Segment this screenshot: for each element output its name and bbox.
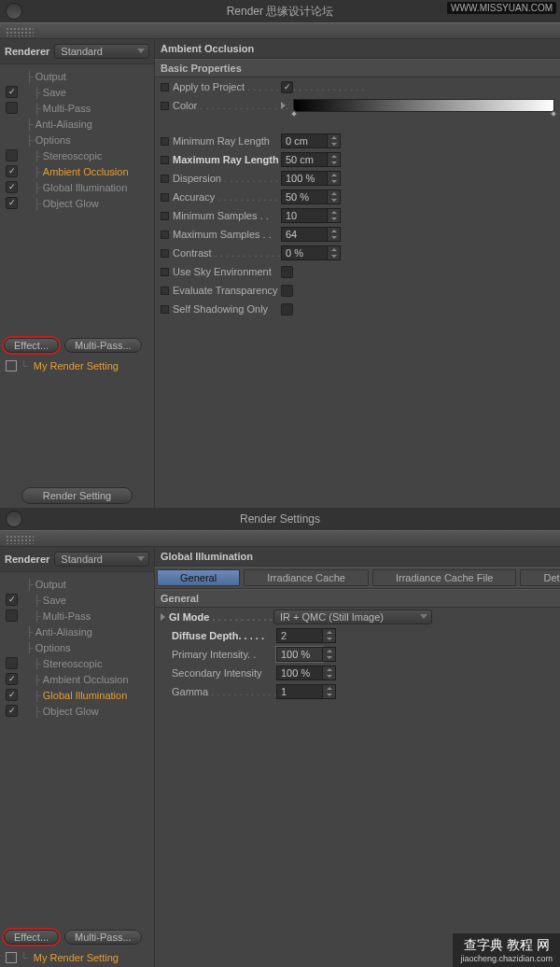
multipass-button[interactable]: Multi-Pass...: [64, 338, 142, 353]
tree-row[interactable]: ├Global Illumination: [2, 179, 152, 195]
tree-row[interactable]: ├Object Glow: [2, 195, 152, 211]
eval-trans-label: Evaluate Transparency: [173, 285, 281, 296]
param-toggle[interactable]: [161, 193, 169, 202]
tree-checkbox[interactable]: [6, 657, 18, 669]
tree-checkbox[interactable]: [6, 149, 18, 161]
preset-row[interactable]: └ My Render Setting: [0, 948, 154, 967]
self-shadow-label: Self Shadowing Only: [173, 303, 281, 315]
param-toggle[interactable]: [161, 156, 169, 164]
expander-icon[interactable]: [161, 613, 165, 621]
gripbar[interactable]: [0, 530, 560, 547]
preset-label: My Render Setting: [34, 360, 119, 371]
param-toggle[interactable]: [161, 137, 169, 146]
sidebar: Renderer Standard ├Output├Save├Multi-Pas…: [0, 547, 154, 967]
tree-row[interactable]: ├Output: [2, 68, 152, 84]
spinner-arrows[interactable]: [328, 133, 341, 148]
renderer-value: Standard: [61, 46, 103, 57]
tree-checkbox[interactable]: [6, 165, 18, 177]
max-ray-input[interactable]: [281, 152, 328, 167]
tree-row[interactable]: ├Save: [2, 84, 152, 100]
tree-row[interactable]: ├Save: [2, 592, 152, 608]
gi-mode-select[interactable]: IR + QMC (Still Image): [273, 610, 432, 624]
spinner-arrows[interactable]: [328, 208, 341, 223]
tree-checkbox[interactable]: [6, 610, 18, 622]
spinner-arrows[interactable]: [323, 684, 336, 699]
primary-intensity-input[interactable]: [276, 647, 323, 662]
spinner-arrows[interactable]: [323, 647, 336, 662]
tree-row[interactable]: ├Stereoscopic: [2, 147, 152, 163]
min-ray-input[interactable]: [281, 133, 328, 148]
effect-button[interactable]: Effect...: [4, 930, 59, 945]
tree-checkbox[interactable]: [6, 86, 18, 98]
spinner-arrows[interactable]: [328, 171, 341, 186]
spinner-arrows[interactable]: [328, 152, 341, 167]
color-gradient[interactable]: [293, 99, 554, 112]
dispersion-input[interactable]: [281, 171, 328, 186]
section-subtitle: General: [155, 589, 560, 608]
watermark-main: 查字典 教程 网: [464, 937, 550, 952]
spinner-arrows[interactable]: [328, 227, 341, 242]
tree-row[interactable]: ├Object Glow: [2, 703, 152, 719]
tab-irradiance-cache[interactable]: Irradiance Cache: [244, 569, 369, 586]
param-toggle[interactable]: [161, 102, 169, 110]
tree-row[interactable]: ├Ambient Occlusion: [2, 671, 152, 687]
param-toggle[interactable]: [161, 268, 169, 276]
tree-row[interactable]: ├Anti-Aliasing: [2, 116, 152, 132]
apply-to-project-checkbox[interactable]: [281, 81, 293, 93]
effect-button[interactable]: Effect...: [4, 338, 59, 353]
tree-row[interactable]: ├Multi-Pass: [2, 100, 152, 116]
contrast-input[interactable]: [281, 245, 328, 260]
tree-checkbox[interactable]: [6, 689, 18, 701]
section-subtitle: Basic Properties: [155, 59, 560, 77]
use-sky-checkbox[interactable]: [281, 266, 293, 278]
spinner-arrows[interactable]: [328, 189, 341, 204]
max-samples-input[interactable]: [281, 227, 328, 242]
watermark: 查字典 教程 网 jiaocheng.chazidian.com: [453, 933, 560, 967]
preset-row[interactable]: └ My Render Setting: [0, 357, 154, 375]
tree-checkbox[interactable]: [6, 673, 18, 685]
renderer-row: Renderer Standard: [0, 39, 154, 64]
param-toggle[interactable]: [161, 305, 169, 314]
tree-row[interactable]: ├Options: [2, 639, 152, 655]
spinner-arrows[interactable]: [323, 628, 336, 643]
tree-row[interactable]: ├Output: [2, 576, 152, 592]
tree-checkbox[interactable]: [6, 102, 18, 114]
param-toggle[interactable]: [161, 175, 169, 183]
tab-details[interactable]: Details: [520, 569, 560, 586]
gripbar[interactable]: [0, 22, 560, 39]
renderer-select[interactable]: Standard: [54, 44, 149, 59]
tree-row[interactable]: ├Anti-Aliasing: [2, 624, 152, 639]
tree-row[interactable]: ├Ambient Occlusion: [2, 163, 152, 179]
tree-checkbox[interactable]: [6, 197, 18, 209]
tree-checkbox[interactable]: [6, 594, 18, 606]
param-toggle[interactable]: [161, 212, 169, 220]
tree-row[interactable]: ├Global Illumination: [2, 687, 152, 703]
tree-checkbox[interactable]: [6, 181, 18, 193]
tree-row[interactable]: ├Multi-Pass: [2, 608, 152, 624]
color-label: Color: [173, 100, 281, 111]
param-toggle[interactable]: [161, 287, 169, 295]
tree-row[interactable]: ├Stereoscopic: [2, 655, 152, 671]
tab-general[interactable]: General: [157, 569, 240, 586]
secondary-intensity-input[interactable]: [276, 666, 323, 680]
eval-trans-checkbox[interactable]: [281, 285, 293, 297]
gi-mode-value: IR + QMC (Still Image): [280, 611, 384, 623]
self-shadow-checkbox[interactable]: [281, 303, 293, 315]
tree-checkbox[interactable]: [6, 705, 18, 717]
param-toggle[interactable]: [161, 231, 169, 239]
min-ray-label: Minimum Ray Length: [173, 135, 281, 147]
param-toggle[interactable]: [161, 83, 169, 91]
spinner-arrows[interactable]: [328, 245, 341, 260]
renderer-select[interactable]: Standard: [54, 552, 149, 567]
min-samples-input[interactable]: [281, 208, 328, 223]
accuracy-input[interactable]: [281, 189, 328, 204]
gamma-input[interactable]: [276, 684, 323, 699]
render-setting-button[interactable]: Render Setting: [21, 487, 133, 504]
spinner-arrows[interactable]: [323, 666, 336, 680]
param-toggle[interactable]: [161, 249, 169, 258]
tab-irradiance-cache-file[interactable]: Irradiance Cache File: [372, 569, 517, 586]
diffuse-depth-input[interactable]: [276, 628, 323, 643]
tree-row[interactable]: ├Options: [2, 132, 152, 147]
expander-icon[interactable]: [281, 102, 286, 109]
multipass-button[interactable]: Multi-Pass...: [64, 930, 142, 945]
